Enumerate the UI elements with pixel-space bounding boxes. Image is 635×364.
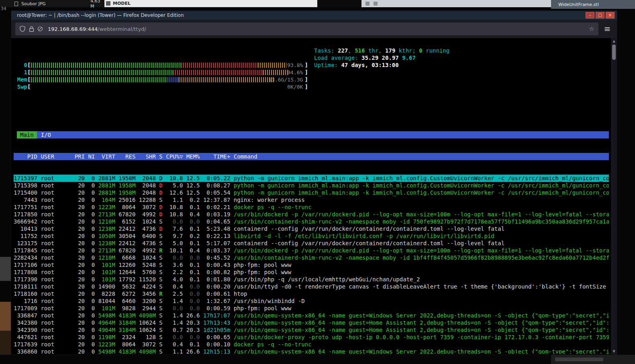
background-window-titlebar[interactable]: WideUnitFrame.stl [551,0,635,9]
process-row[interactable]: 3666942root2001210M61521024S0.00.00:04.6… [14,218,609,225]
process-row[interactable]: 1717106root200101M122605248S3.60.10:00.4… [14,261,609,268]
cell-virt: 2881M [95,189,115,196]
minimize-button[interactable]: – [586,12,594,18]
cell-pid: 1717751 [14,203,37,211]
process-row[interactable]: 336860root2005498M4183M4098MS1.126.612h1… [14,348,609,354]
scroll-up-icon[interactable]: ▲ [611,39,617,43]
column-header-mem[interactable]: MEM% [183,153,200,160]
cell-mem: 0.2 [183,196,200,203]
htop-terminal[interactable]: 0[93.8%]1[94.6%]Mem[13.6G/15.3G]Swp[0K/0… [14,39,609,354]
cell-virt: 4964M [95,326,115,333]
tab-main[interactable]: Main [17,131,37,138]
cell-cpu: 12.6 [163,189,183,196]
cell-virt: 101M [95,276,115,283]
process-row[interactable]: 10413root2001238M224124736D7.60.15:23.48… [14,225,609,232]
permissions-icon[interactable] [37,26,43,32]
column-header-res[interactable]: RES [115,153,136,160]
shield-icon[interactable] [19,26,26,32]
cell-command: containerd --config /var/run/docker/cont… [230,225,609,232]
process-row[interactable]: 342380root2004964M3184M10624S1.420.317h1… [14,319,609,326]
window-titlebar[interactable]: root@Tower: ~ | /bin/bash --login (Tower… [11,11,617,20]
cell-shr: 12288 [135,196,156,203]
scrollbar[interactable]: ▲ ▼ [611,38,617,354]
cell-time: 0:00.61 [200,290,231,297]
process-row[interactable]: 1715400root2002881M1958M2048D12.612.50:0… [14,189,609,196]
background-gap [317,0,361,7]
cell-pri: 20 [71,247,85,254]
tab-io[interactable]: I/O [37,131,609,138]
process-row[interactable]: 342390root2004964M3184M10624S0.720.31d21… [14,326,609,333]
cell-shr: 5248 [135,261,156,268]
column-header-ni[interactable]: NI [85,153,95,160]
bookmark-star-icon[interactable]: ☆ [589,25,594,33]
close-button[interactable]: × [606,12,615,18]
meter-mem: Mem[13.6G/15.3G] [14,76,323,83]
process-row[interactable]: 1718160root200822862723456R2.50.00:00.61… [14,290,609,297]
cell-virt: 164M [95,196,115,203]
process-row[interactable]: 1717390root200101M1779211520S4.00.10:01.… [14,276,609,283]
cell-pri: 20 [71,189,85,196]
cell-virt: 2881M [95,182,115,189]
cell-time: 0:03.19 [200,211,231,218]
column-header-shr[interactable]: SHR [135,153,156,160]
cell-pri: 20 [71,232,85,240]
column-header-s[interactable]: S [156,153,163,160]
cell-time: 0:08.27 [200,182,231,189]
stat-segment: 227 [338,47,348,54]
process-row[interactable]: 1718111root2001490056324224S0.40.00:00.2… [14,283,609,290]
column-header-pid[interactable]: PID [14,153,37,160]
cell-pri: 20 [71,319,85,326]
cell-res: 9828 [115,305,136,312]
cell-user: root [37,240,71,247]
hamburger-menu-icon[interactable]: ≡ [602,24,613,34]
process-row[interactable]: 1715398root2002881M1958M2048D5.012.50:08… [14,182,609,189]
cell-user: root [37,312,71,319]
process-row[interactable]: 1717808root200101M126445760S2.20.10:00.8… [14,268,609,276]
cell-res: 6152 [115,218,136,225]
meter-bar: 93.8% [31,63,304,68]
process-row[interactable]: 447621root2001198M2324128S0.00.00:00.65/… [14,333,609,341]
process-row[interactable]: 1717850root2002713M678204992D10.80.40:03… [14,211,609,218]
process-row[interactable]: 1717845root2002713M678204992R10.10.40:03… [14,247,609,254]
scroll-down-icon[interactable]: ▼ [611,350,617,353]
cell-time: 0:45.52 [200,254,231,261]
column-header-user[interactable]: USER [37,153,71,160]
file-icon [14,2,18,6]
cell-user: root [37,203,71,211]
stat-segment: 20.97 [382,55,402,61]
cell-virt: 1210M [95,218,115,225]
process-row[interactable]: 1716root2008104464603200S1.40.01:32.67/u… [14,297,609,305]
lock-icon[interactable] [29,26,34,32]
process-row[interactable]: 1715397root2002881M1958M2048D10.812.50:0… [14,175,609,182]
column-header-virt[interactable]: VIRT [95,153,115,160]
cell-time: 0:00.65 [200,333,231,341]
cell-command: php-fpm: pool www [230,261,609,268]
cell-pri: 20 [71,283,85,290]
process-row[interactable]: 336847root2005498M4183M4098MS1.426.617h1… [14,312,609,319]
column-header-cmd[interactable]: Command [230,153,609,160]
process-table-header: PIDUSERPRINIVIRTRESSHRSCPU%▽MEM%TIME+Com… [14,153,609,160]
scrollbar-thumb[interactable] [612,45,616,60]
cell-time: 0:00.59 [200,305,231,312]
meter-0: 0[93.8%] [14,61,323,69]
process-row[interactable]: 7443root200164M2501612288S1.10.212:37.87… [14,196,609,203]
column-header-time[interactable]: TIME+ [200,153,231,160]
process-row[interactable]: 123175root2001238M224124736S5.00.15:17.0… [14,240,609,247]
column-header-cpu[interactable]: CPU%▽ [163,153,183,160]
process-row[interactable]: 11752root2001050M305046400S9.70.20:22.13… [14,232,609,240]
process-row[interactable]: 2282434root2001210M66681024S0.00.00:45.5… [14,254,609,261]
column-header-pri[interactable]: PRI [71,153,85,160]
process-row[interactable]: 1717751root2001223M80643072D10.80.10:02.… [14,203,609,211]
cell-mem: 0.0 [183,305,200,312]
url-bar[interactable]: 192.168.68.69:444/webterminal/ttyd/ ☆ [15,22,598,35]
window-title: root@Tower: ~ | /bin/bash --login (Tower… [17,12,584,18]
file-size: 4,63 M [90,0,104,9]
process-row[interactable]: 1717639root2001223M80643072S0.40.10:00.1… [14,341,609,348]
cell-user: root [37,232,71,240]
stat-segment: Load average: [314,55,361,61]
cell-res: 1958M [115,175,136,182]
meter-bracket: [ [27,69,31,76]
process-row[interactable]: 1717009root200101M98282944S0.00.00:00.59… [14,305,609,312]
maximize-button[interactable]: □ [596,12,604,18]
cell-shr: 4098M [135,348,156,354]
